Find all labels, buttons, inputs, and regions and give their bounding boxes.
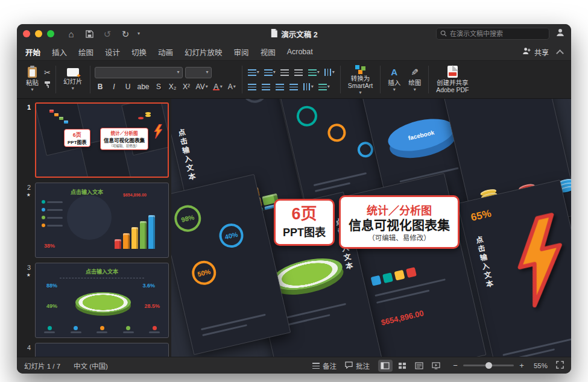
cut-icon[interactable]: ✂ bbox=[44, 69, 51, 77]
traffic-lights bbox=[23, 30, 54, 37]
paste-icon bbox=[28, 67, 37, 78]
character-spacing-button[interactable]: AV bbox=[195, 81, 209, 93]
slide-thumbnail-2[interactable]: 点击输入文本 $654,896.00 bbox=[35, 183, 169, 258]
format-painter-icon[interactable] bbox=[43, 80, 51, 91]
reading-view-button[interactable] bbox=[412, 360, 426, 372]
align-text-icon bbox=[318, 84, 327, 90]
numbering-button[interactable] bbox=[263, 67, 277, 78]
justify-icon bbox=[289, 84, 298, 90]
create-share-pdf-button[interactable]: 创建并共享Adobe PDF bbox=[433, 64, 472, 95]
tab-design[interactable]: 设计 bbox=[105, 46, 120, 58]
search-input[interactable] bbox=[450, 30, 545, 37]
subscript-button[interactable]: X₂ bbox=[167, 81, 179, 93]
italic-button[interactable]: I bbox=[109, 81, 120, 93]
zoom-out-button[interactable]: − bbox=[452, 361, 459, 370]
underline-button[interactable]: U bbox=[122, 81, 134, 93]
justify-button[interactable] bbox=[288, 81, 300, 93]
comment-bubble-icon bbox=[345, 362, 353, 370]
normal-view-button[interactable] bbox=[378, 360, 393, 372]
paste-button[interactable]: 粘贴 bbox=[23, 66, 42, 93]
text-shadow-button[interactable]: S bbox=[153, 81, 165, 93]
slide-number: 4 bbox=[27, 344, 31, 351]
slideshow-view-button[interactable] bbox=[429, 360, 443, 372]
decrease-indent-icon bbox=[280, 69, 289, 76]
superscript-button[interactable]: X² bbox=[181, 81, 192, 93]
font-name-combo[interactable] bbox=[95, 67, 183, 78]
slide-editing-canvas[interactable]: 点击输入文本 fac bbox=[171, 99, 571, 357]
thumb3-cylinder-chart bbox=[75, 292, 131, 313]
document-title: 演示文稿 2 bbox=[281, 28, 317, 40]
collapse-ribbon-icon[interactable] bbox=[556, 49, 564, 57]
numbering-icon bbox=[264, 69, 273, 76]
notes-button[interactable]: 备注 bbox=[312, 361, 337, 371]
font-size-combo[interactable] bbox=[185, 67, 212, 78]
tab-animations[interactable]: 动画 bbox=[158, 46, 173, 58]
insert-textbox-icon bbox=[391, 67, 397, 77]
tab-review[interactable]: 审阅 bbox=[234, 46, 249, 58]
save-icon[interactable] bbox=[83, 28, 95, 40]
line-spacing-button[interactable] bbox=[307, 67, 321, 78]
bold-button[interactable]: B bbox=[95, 81, 106, 93]
notes-icon bbox=[312, 363, 320, 369]
clear-formatting-button[interactable]: A bbox=[226, 81, 238, 93]
lightning-icon bbox=[501, 210, 571, 314]
convert-to-smartart-button[interactable]: 转换为SmartArt bbox=[345, 63, 376, 96]
slide-thumbnail-4[interactable] bbox=[35, 343, 169, 357]
text-direction-button[interactable] bbox=[323, 67, 336, 78]
slide-thumbnail-3[interactable]: 点击输入文本 88% 49% 3.6% 28.5% bbox=[35, 263, 169, 338]
slide-number: 2 bbox=[27, 184, 31, 191]
share-button[interactable]: 共享 bbox=[522, 47, 549, 57]
language-indicator[interactable]: 中文 (中国) bbox=[74, 361, 108, 371]
tab-transitions[interactable]: 切换 bbox=[131, 46, 147, 58]
tab-acrobat[interactable]: Acrobat bbox=[287, 48, 313, 56]
slide-sorter-view-button[interactable] bbox=[395, 360, 409, 372]
tab-home[interactable]: 开始 bbox=[25, 46, 40, 58]
mini-lightning-icon bbox=[153, 124, 163, 141]
document-icon bbox=[270, 29, 277, 39]
align-center-button[interactable] bbox=[261, 81, 272, 93]
align-text-button[interactable] bbox=[317, 81, 331, 93]
bullets-button[interactable] bbox=[247, 67, 261, 78]
search-icon bbox=[440, 28, 447, 39]
decrease-indent-button[interactable] bbox=[279, 67, 291, 78]
increase-indent-button[interactable] bbox=[293, 67, 305, 78]
tab-insert[interactable]: 插入 bbox=[52, 46, 67, 58]
account-avatar-icon[interactable] bbox=[555, 28, 565, 40]
zoom-percentage[interactable]: 55% bbox=[534, 362, 548, 369]
pen-icon bbox=[411, 67, 419, 77]
minimize-window-button[interactable] bbox=[35, 30, 42, 37]
thumb2-percent: 38% bbox=[44, 243, 55, 249]
fit-slide-button[interactable] bbox=[556, 361, 564, 370]
mini-badge-title: 统计／分析图 信息可视化图表集 （可编辑、易修改） bbox=[100, 128, 148, 150]
transition-star-icon bbox=[27, 193, 31, 198]
slide-thumbnail-1[interactable]: 6页 PPT图表 统计／分析图 信息可视化图表集 （可编辑、易修改） bbox=[35, 102, 169, 178]
tab-slideshow[interactable]: 幻灯片放映 bbox=[185, 46, 223, 58]
redo-icon[interactable]: ↻ bbox=[119, 28, 131, 40]
new-slide-button[interactable]: 幻灯片 bbox=[60, 67, 86, 92]
home-icon[interactable]: ⌂ bbox=[65, 28, 77, 40]
align-left-button[interactable] bbox=[247, 81, 258, 93]
zoom-window-button[interactable] bbox=[47, 30, 54, 37]
badge-page-count[interactable]: 6页 PPT图表 bbox=[274, 199, 335, 246]
comments-button[interactable]: 批注 bbox=[345, 361, 370, 371]
align-right-button[interactable] bbox=[274, 81, 286, 93]
search-box[interactable] bbox=[436, 28, 549, 40]
thumb2-value: $654,896.00 bbox=[123, 193, 147, 197]
font-color-button[interactable]: A bbox=[212, 81, 224, 93]
line-spacing-icon bbox=[308, 69, 317, 76]
zoom-slider[interactable] bbox=[463, 365, 514, 366]
ribbon-tabs: 开始 插入 绘图 设计 切换 动画 幻灯片放映 审阅 视图 Acrobat 共享 bbox=[17, 43, 571, 60]
insert-button[interactable]: 插入 bbox=[385, 66, 403, 93]
columns-icon bbox=[303, 83, 311, 90]
badge-series-title[interactable]: 统计／分析图 信息可视化图表集 （可编辑、易修改） bbox=[339, 195, 460, 249]
close-window-button[interactable] bbox=[23, 30, 30, 37]
tab-draw[interactable]: 绘图 bbox=[78, 46, 93, 58]
columns-button[interactable] bbox=[302, 81, 315, 93]
zoom-in-button[interactable]: + bbox=[518, 361, 525, 370]
draw-button[interactable]: 绘图 bbox=[405, 66, 424, 93]
zoom-slider-knob[interactable] bbox=[485, 362, 492, 369]
toolbar-options-caret-icon[interactable] bbox=[138, 31, 144, 36]
tab-view[interactable]: 视图 bbox=[261, 46, 276, 58]
strikethrough-button[interactable]: abe bbox=[136, 81, 151, 93]
undo-icon[interactable]: ↺ bbox=[101, 28, 113, 40]
